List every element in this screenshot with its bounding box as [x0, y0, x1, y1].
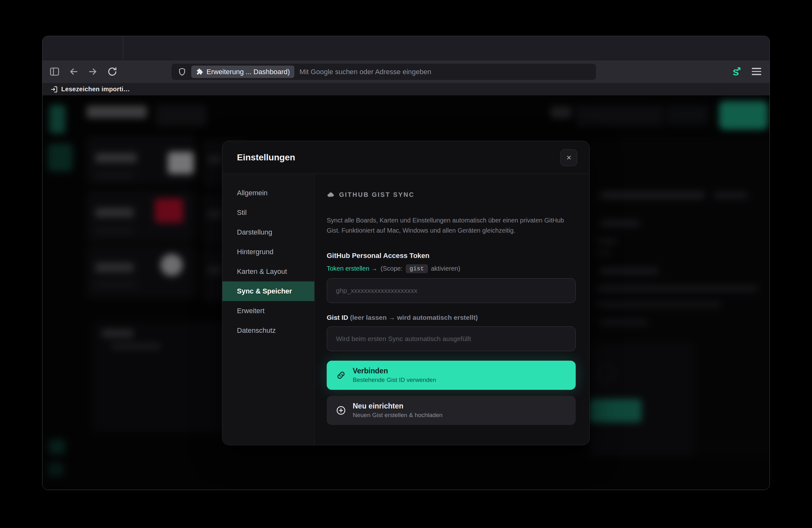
modal-body: Allgemein Stil Darstellung Hintergrund K… [222, 174, 589, 445]
close-button[interactable]: × [561, 149, 577, 166]
page-content: Einstellungen × Allgemein Stil Darstellu… [43, 95, 769, 489]
gist-id-label: Gist ID [327, 314, 348, 321]
import-bookmarks-icon [50, 85, 58, 93]
settings-nav-item-allgemein[interactable]: Allgemein [222, 183, 314, 203]
settings-nav: Allgemein Stil Darstellung Hintergrund K… [222, 174, 315, 445]
settings-nav-item-stil[interactable]: Stil [222, 203, 314, 223]
tab-separator [123, 36, 123, 60]
setup-button-title: Neu einrichten [353, 402, 443, 410]
menu-hamburger-icon[interactable] [752, 68, 761, 77]
settings-nav-item-datenschutz[interactable]: Datenschutz [222, 321, 314, 341]
setup-new-button[interactable]: Neu einrichten Neuen Gist erstellen & ho… [327, 396, 576, 425]
scope-suffix: aktivieren) [431, 265, 460, 272]
token-create-link[interactable]: Token erstellen → [327, 265, 377, 272]
settings-nav-item-hintergrund[interactable]: Hintergrund [222, 242, 314, 262]
bookmark-import-item[interactable]: Lesezeichen importi… [50, 85, 130, 93]
connect-button-title: Verbinden [353, 367, 436, 375]
connect-button-subtitle: Bestehende Gist ID verwenden [353, 377, 436, 383]
browser-window: Erweiterung ... Dashboard) Mit Google su… [42, 36, 770, 490]
back-icon[interactable] [68, 66, 79, 77]
svg-text:S: S [733, 67, 739, 77]
reload-icon[interactable] [106, 66, 118, 77]
modal-header: Einstellungen × [222, 141, 589, 174]
url-extension-chip[interactable]: Erweiterung ... Dashboard) [191, 65, 294, 78]
sync-extension-icon[interactable]: S [730, 65, 742, 78]
url-placeholder-text: Mit Google suchen oder Adresse eingeben [300, 68, 431, 76]
url-chip-label: Erweiterung ... Dashboard) [206, 68, 290, 76]
section-heading: GITHUB GIST SYNC [327, 191, 577, 199]
settings-nav-item-darstellung[interactable]: Darstellung [222, 223, 314, 242]
plus-circle-icon [336, 405, 346, 416]
sidebar-toggle-icon[interactable] [49, 66, 60, 77]
cloud-icon [327, 191, 335, 199]
screen: Erweiterung ... Dashboard) Mit Google su… [0, 0, 812, 528]
settings-nav-item-sync-speicher[interactable]: Sync & Speicher [222, 282, 314, 301]
token-label: GitHub Personal Access Token [327, 252, 577, 260]
gist-id-label-row: Gist ID (leer lassen → wird automatisch … [327, 314, 577, 321]
section-heading-label: GITHUB GIST SYNC [339, 191, 415, 198]
token-input[interactable] [327, 278, 576, 303]
forward-icon[interactable] [87, 66, 99, 77]
tab-bar [43, 36, 769, 60]
extension-puzzle-icon [196, 68, 204, 76]
gist-id-hint: (leer lassen → wird automatisch erstellt… [350, 314, 478, 321]
bookmarks-bar: Lesezeichen importi… [43, 83, 769, 95]
settings-nav-item-karten-layout[interactable]: Karten & Layout [222, 262, 314, 282]
close-icon: × [566, 153, 571, 163]
settings-panel-sync: GITHUB GIST SYNC Synct alle Boards, Kart… [315, 174, 589, 445]
setup-button-subtitle: Neuen Gist erstellen & hochladen [353, 412, 443, 419]
connect-button[interactable]: Verbinden Bestehende Gist ID verwenden [327, 361, 576, 390]
link-chain-icon [336, 370, 346, 381]
token-help-row: Token erstellen → (Scope: gist aktiviere… [327, 264, 577, 273]
gist-id-input[interactable] [327, 327, 576, 351]
navigation-toolbar: Erweiterung ... Dashboard) Mit Google su… [43, 60, 769, 83]
section-description: Synct alle Boards, Karten und Einstellun… [327, 215, 577, 236]
scope-code: gist [406, 264, 428, 273]
modal-title: Einstellungen [237, 152, 295, 163]
settings-modal: Einstellungen × Allgemein Stil Darstellu… [222, 141, 590, 445]
shield-icon[interactable] [177, 67, 187, 77]
url-bar[interactable]: Erweiterung ... Dashboard) Mit Google su… [172, 64, 596, 80]
settings-nav-item-erweitert[interactable]: Erweitert [222, 301, 314, 321]
bookmark-import-label: Lesezeichen importi… [61, 86, 130, 93]
scope-prefix: (Scope: [381, 265, 403, 272]
